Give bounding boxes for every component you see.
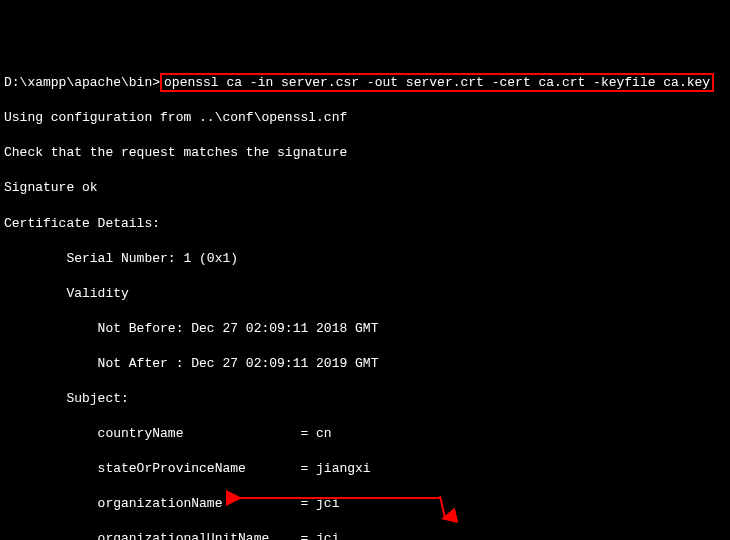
output-line: Using configuration from ..\conf\openssl…	[4, 109, 726, 127]
output-line: Serial Number: 1 (0x1)	[4, 250, 726, 268]
output-line: Signature ok	[4, 179, 726, 197]
output-line: organizationName = jci	[4, 495, 726, 513]
command-line: D:\xampp\apache\bin>openssl ca -in serve…	[4, 74, 726, 92]
output-line: stateOrProvinceName = jiangxi	[4, 460, 726, 478]
output-line: countryName = cn	[4, 425, 726, 443]
output-line: Certificate Details:	[4, 215, 726, 233]
output-line: Not After : Dec 27 02:09:11 2019 GMT	[4, 355, 726, 373]
output-line: organizationalUnitName = jci	[4, 530, 726, 540]
output-line: Subject:	[4, 390, 726, 408]
prompt-path: D:\xampp\apache\bin>	[4, 75, 160, 90]
openssl-command[interactable]: openssl ca -in server.csr -out server.cr…	[164, 75, 710, 90]
command-highlight-box: openssl ca -in server.csr -out server.cr…	[160, 73, 714, 92]
output-line: Check that the request matches the signa…	[4, 144, 726, 162]
output-line: Not Before: Dec 27 02:09:11 2018 GMT	[4, 320, 726, 338]
output-line: Validity	[4, 285, 726, 303]
